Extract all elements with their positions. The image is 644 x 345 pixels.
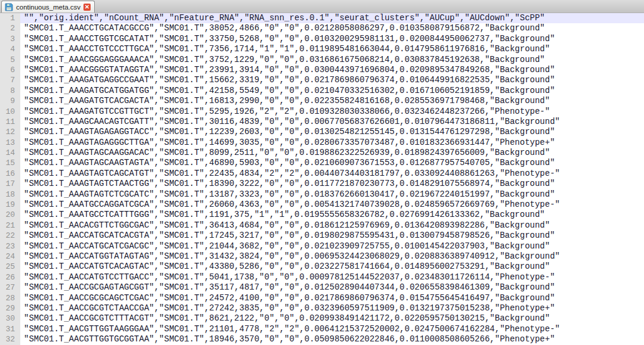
line-number: 2 [0,23,20,33]
code-line[interactable]: 14"SMC01.T_AAAGTAGCAAGGACAC","SMC01.T",8… [0,148,644,158]
line-text[interactable]: "SMC01.T_AAAGTAGTCAGCATGT","SMC01.T",224… [20,169,644,179]
line-text[interactable]: "SMC01.T_AAATGCCTCATTTGGG","SMC01.T",119… [20,210,644,220]
code-line[interactable]: 12"SMC01.T_AAAGTAGAGAGGTACC","SMC01.T",1… [0,127,644,137]
code-line[interactable]: 15"SMC01.T_AAAGTAGCAAGTAGTA","SMC01.T",4… [0,158,644,168]
code-line[interactable]: 6"SMC01.T_AAACGGGGTATAGGTA","SMC01.T",23… [0,65,644,75]
text-editor[interactable]: 1"","orig.ident","nCount_RNA","nFeature_… [0,13,644,345]
code-line[interactable]: 32"SMC01.T_AACGTTGGTGCGGTAA","SMC01.T",1… [0,334,644,344]
tab-title: continuous_meta.csv [16,4,80,11]
tab-continuous-meta-csv[interactable]: continuous_meta.csv ✕ [1,1,95,13]
code-line[interactable]: 13"SMC01.T_AAAGTAGAGGGCTTGA","SMC01.T",1… [0,138,644,148]
line-number: 1 [0,13,20,23]
code-line[interactable]: 31"SMC01.T_AACGTTGGTAAGGGAA","SMC01.T",2… [0,324,644,334]
line-text[interactable]: "SMC01.T_AAAGTAGAGAGGTACC","SMC01.T",122… [20,127,644,137]
line-number: 8 [0,86,20,96]
line-text[interactable]: "SMC01.T_AACGTTGGTAAGGGAA","SMC01.T",211… [20,324,644,334]
code-line[interactable]: 26"SMC01.T_AACCATGTCCTTGACC","SMC01.T",5… [0,272,644,282]
code-line[interactable]: 30"SMC01.T_AACCGCGTCTTTACGT","SMC01.T",8… [0,313,644,324]
line-text[interactable]: "","orig.ident","nCount_RNA","nFeature_R… [20,13,644,23]
line-text[interactable]: "SMC01.T_AACCGCGCAGCTCGAC","SMC01.T",245… [20,293,644,303]
line-number: 26 [0,272,20,282]
line-text[interactable]: "SMC01.T_AAACCTGTCCCTTGCA","SMC01.T",735… [20,44,644,54]
line-number: 15 [0,158,20,168]
line-number: 32 [0,334,20,344]
line-number: 31 [0,324,20,334]
code-line[interactable]: 10"SMC01.T_AAAGATGTCCGTTGCT","SMC01.T",5… [0,107,644,117]
line-text[interactable]: "SMC01.T_AACCGCGTCTTTACGT","SMC01.T",862… [20,313,644,324]
line-text[interactable]: "SMC01.T_AAACGGGGTATAGGTA","SMC01.T",239… [20,65,644,75]
code-line[interactable]: 25"SMC01.T_AACCATGTCACAGTAC","SMC01.T",4… [0,262,644,272]
line-number: 12 [0,127,20,137]
code-line[interactable]: 17"SMC01.T_AAAGTAGTCTAACTGG","SMC01.T",1… [0,179,644,189]
code-line[interactable]: 19"SMC01.T_AAATGCCAGGATCGCA","SMC01.T",2… [0,200,644,210]
line-number: 14 [0,148,20,158]
code-line[interactable]: 3"SMC01.T_AAACCTGGTCGCATAT","SMC01.T",33… [0,34,644,44]
line-text[interactable]: "SMC01.T_AACCATGCATCGACGC","SMC01.T",210… [20,241,644,251]
tab-close-icon[interactable]: ✕ [83,4,91,11]
line-number: 4 [0,44,20,54]
code-line[interactable]: 1"","orig.ident","nCount_RNA","nFeature_… [0,13,644,23]
code-line[interactable]: 21"SMC01.T_AACACGTTCTGGCGAC","SMC01.T",3… [0,220,644,231]
line-number: 30 [0,313,20,324]
line-number: 25 [0,262,20,272]
code-line[interactable]: 18"SMC01.T_AAAGTAGTCTCGCATC","SMC01.T",1… [0,189,644,200]
code-line[interactable]: 4"SMC01.T_AAACCTGTCCCTTGCA","SMC01.T",73… [0,44,644,54]
code-line[interactable]: 23"SMC01.T_AACCATGCATCGACGC","SMC01.T",2… [0,241,644,251]
line-number: 23 [0,241,20,251]
line-text[interactable]: "SMC01.T_AACCATGTCCTTGACC","SMC01.T",504… [20,272,644,282]
line-number: 19 [0,200,20,210]
line-text[interactable]: "SMC01.T_AAAGTAGTCTCGCATC","SMC01.T",131… [20,189,644,200]
line-text[interactable]: "SMC01.T_AACCGCGAGTAGCGGT","SMC01.T",351… [20,282,644,293]
line-text[interactable]: "SMC01.T_AAAGTAGCAAGTAGTA","SMC01.T",468… [20,158,644,168]
line-text[interactable]: "SMC01.T_AAAGATGTCACGACTA","SMC01.T",168… [20,96,644,106]
line-text[interactable]: "SMC01.T_AAACCTGCATACGCCG","SMC01.T",380… [20,23,644,33]
line-number: 18 [0,189,20,200]
editor-rows: 1"","orig.ident","nCount_RNA","nFeature_… [0,13,644,345]
line-text[interactable]: "SMC01.T_AAAGATGTCCGTTGCT","SMC01.T",529… [20,107,644,117]
line-text[interactable]: "SMC01.T_AAAGTAGTCTAACTGG","SMC01.T",183… [20,179,644,189]
line-number: 3 [0,34,20,44]
line-number: 9 [0,96,20,106]
line-text[interactable]: "SMC01.T_AAAGCAACAGTCGATT","SMC01.T",301… [20,117,644,127]
line-text[interactable]: "SMC01.T_AACACGTTCTGGCGAC","SMC01.T",364… [20,220,644,231]
line-number: 20 [0,210,20,220]
line-text[interactable]: "SMC01.T_AAAGATGCATGGATGG","SMC01.T",421… [20,86,644,96]
code-line[interactable]: 7"SMC01.T_AAAGATGAGGCCGAAT","SMC01.T",15… [0,75,644,85]
line-text[interactable]: "SMC01.T_AACCATGCATCACGTA","SMC01.T",172… [20,231,644,241]
code-line[interactable]: 2"SMC01.T_AAACCTGCATACGCCG","SMC01.T",38… [0,23,644,33]
line-text[interactable]: "SMC01.T_AAACGGGAGGGAAACA","SMC01.T",375… [20,55,644,65]
tab-bar: continuous_meta.csv ✕ [0,0,644,13]
line-number: 21 [0,220,20,231]
line-number: 17 [0,179,20,189]
code-line[interactable]: 29"SMC01.T_AACCGCGTCTAACCGA","SMC01.T",2… [0,303,644,313]
line-text[interactable]: "SMC01.T_AAATGCCAGGATCGCA","SMC01.T",260… [20,200,644,210]
saved-file-floppy-icon [5,3,13,11]
line-text[interactable]: "SMC01.T_AACCATGTCACAGTAC","SMC01.T",433… [20,262,644,272]
code-line[interactable]: 11"SMC01.T_AAAGCAACAGTCGATT","SMC01.T",3… [0,117,644,127]
line-text[interactable]: "SMC01.T_AAAGTAGCAAGGACAC","SMC01.T",809… [20,148,644,158]
line-number: 13 [0,138,20,148]
code-line[interactable]: 8"SMC01.T_AAAGATGCATGGATGG","SMC01.T",42… [0,86,644,96]
line-text[interactable]: "SMC01.T_AAAGTAGAGGGCTTGA","SMC01.T",146… [20,138,644,148]
line-text[interactable]: "SMC01.T_AACCGCGTCTAACCGA","SMC01.T",272… [20,303,644,313]
line-number: 7 [0,75,20,85]
line-number: 27 [0,282,20,293]
code-line[interactable]: 16"SMC01.T_AAAGTAGTCAGCATGT","SMC01.T",2… [0,169,644,179]
code-line[interactable]: 22"SMC01.T_AACCATGCATCACGTA","SMC01.T",1… [0,231,644,241]
code-line[interactable]: 24"SMC01.T_AACCATGGTATAGTAG","SMC01.T",3… [0,251,644,262]
line-number: 24 [0,251,20,262]
code-line[interactable]: 27"SMC01.T_AACCGCGAGTAGCGGT","SMC01.T",3… [0,282,644,293]
line-number: 16 [0,169,20,179]
code-line[interactable]: 5"SMC01.T_AAACGGGAGGGAAACA","SMC01.T",37… [0,55,644,65]
line-text[interactable]: "SMC01.T_AAACCTGGTCGCATAT","SMC01.T",337… [20,34,644,44]
code-line[interactable]: 9"SMC01.T_AAAGATGTCACGACTA","SMC01.T",16… [0,96,644,106]
line-text[interactable]: "SMC01.T_AACCATGGTATAGTAG","SMC01.T",314… [20,251,644,262]
line-number: 22 [0,231,20,241]
code-line[interactable]: 28"SMC01.T_AACCGCGCAGCTCGAC","SMC01.T",2… [0,293,644,303]
line-text[interactable]: "SMC01.T_AAAGATGAGGCCGAAT","SMC01.T",156… [20,75,644,85]
code-line[interactable]: 20"SMC01.T_AAATGCCTCATTTGGG","SMC01.T",1… [0,210,644,220]
line-number: 28 [0,293,20,303]
line-text[interactable]: "SMC01.T_AACGTTGGTGCGGTAA","SMC01.T",189… [20,334,644,344]
line-number: 29 [0,303,20,313]
editor-window: continuous_meta.csv ✕ 1"","orig.ident","… [0,0,644,345]
